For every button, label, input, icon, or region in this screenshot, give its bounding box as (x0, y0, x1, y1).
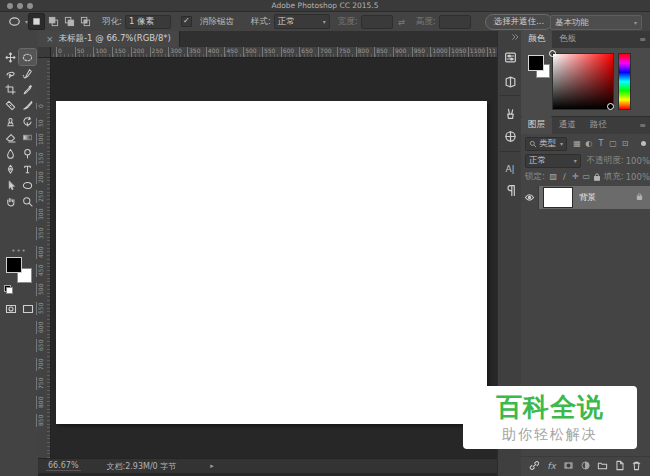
color-picker-marker (549, 50, 556, 57)
lock-transparency-icon[interactable]: ▨ (548, 172, 559, 181)
layers-panel-menu-icon[interactable]: ≡ (639, 121, 646, 130)
width-input[interactable] (361, 15, 393, 29)
ellipse-shape-tool[interactable] (19, 177, 36, 193)
layer-filter-kind-select[interactable]: 类型 ▾ (525, 137, 567, 151)
height-input[interactable] (439, 15, 471, 29)
filter-type-layers-icon[interactable]: T (595, 139, 607, 148)
fill-value[interactable]: 100% (626, 172, 650, 182)
lock-pixels-icon[interactable]: ∕ (559, 172, 570, 181)
lock-all-icon[interactable] (592, 172, 602, 182)
titlebar: Adobe Photoshop CC 2015.5 (0, 0, 650, 12)
watermark: 百科全说 助你轻松解决 (463, 386, 637, 449)
layer-thumbnail[interactable] (543, 187, 573, 208)
close-document-icon[interactable]: × (46, 34, 54, 44)
clone-stamp-tool[interactable] (2, 113, 19, 129)
v-ruler-label: 150 (36, 152, 44, 165)
v-ruler-label: 550 (36, 301, 44, 314)
layer-effects-icon[interactable]: fx (546, 460, 558, 472)
tab-channels[interactable]: 通道 (552, 116, 583, 134)
link-layers-icon[interactable] (529, 460, 541, 472)
tab-layers[interactable]: 图层 (521, 116, 552, 134)
layer-row-background[interactable]: 背景 (521, 186, 650, 209)
style-select[interactable]: 正常▾ (274, 14, 330, 29)
crop-tool[interactable] (2, 81, 19, 97)
color-panel-menu-icon[interactable]: ≡ (639, 35, 646, 44)
new-selection-mode-button[interactable] (28, 13, 45, 30)
quick-selection-tool[interactable] (19, 65, 36, 81)
new-layer-icon[interactable] (614, 460, 626, 472)
h-ruler-label: 550 (262, 47, 275, 57)
default-colors-icon[interactable] (4, 285, 13, 294)
type-tool[interactable] (19, 161, 36, 177)
workspace-switcher[interactable]: 基本功能▾ (550, 15, 642, 30)
history-brush-tool[interactable] (19, 113, 36, 129)
libraries-panel-icon[interactable] (502, 73, 518, 89)
move-tool[interactable] (2, 49, 19, 65)
status-bar: 66.67% 文档:2.93M/0 字节 ▸ (38, 458, 497, 473)
blur-tool[interactable] (2, 145, 19, 161)
zoom-level-field[interactable]: 66.67% (46, 461, 81, 471)
add-layer-mask-icon[interactable] (563, 460, 575, 472)
pen-tool[interactable] (2, 161, 19, 177)
status-menu-arrow[interactable]: ▸ (210, 462, 214, 470)
delete-layer-icon[interactable] (631, 460, 643, 472)
subtract-from-selection-mode-button[interactable] (62, 14, 77, 29)
h-ruler-label: 1000 (430, 47, 447, 57)
layer-visibility-toggle[interactable] (521, 186, 539, 209)
filter-adjustment-layers-icon[interactable]: ◐ (583, 139, 595, 148)
hand-tool[interactable] (2, 193, 19, 209)
saturation-brightness-picker[interactable] (552, 53, 614, 110)
zoom-tool[interactable] (19, 193, 36, 209)
current-tool-icon[interactable]: ▾ (8, 15, 28, 28)
eraser-tool[interactable] (2, 129, 19, 145)
tools-panel: ••• ⇄ (0, 31, 39, 476)
v-ruler-label: 100 (36, 133, 44, 146)
document-tab[interactable]: × 未标题-1 @ 66.7%(RGB/8*) (38, 31, 180, 47)
new-adjustment-layer-icon[interactable] (580, 460, 592, 472)
opacity-value[interactable]: 100% (626, 156, 650, 166)
canvas[interactable] (56, 101, 487, 424)
brush-presets-panel-icon[interactable] (502, 105, 518, 121)
feather-input[interactable]: 1 像素 (125, 15, 171, 29)
expand-panels-icon[interactable] (511, 33, 519, 43)
eyedropper-tool[interactable] (19, 81, 36, 97)
feather-label: 羽化: (102, 16, 122, 28)
blend-mode-select[interactable]: 正常▾ (525, 154, 581, 168)
select-and-mask-button[interactable]: 选择并遮住... (485, 14, 554, 30)
adjustments-panel-icon[interactable] (502, 49, 518, 65)
tab-paths[interactable]: 路径 (583, 116, 614, 134)
elliptical-marquee-tool[interactable] (19, 49, 36, 65)
intersect-selection-mode-button[interactable] (78, 14, 93, 29)
paragraph-panel-icon[interactable] (502, 182, 518, 198)
color-foreground-swatch[interactable] (528, 55, 544, 71)
brush-tool[interactable] (19, 97, 36, 113)
screen-mode-button[interactable] (22, 303, 34, 317)
hue-slider[interactable] (618, 53, 631, 110)
lock-artboard-icon[interactable]: ▭ (581, 172, 592, 181)
color-picker-marker2 (607, 103, 614, 110)
foreground-color-swatch[interactable] (6, 257, 22, 273)
antialias-checkbox[interactable]: ✓ (181, 16, 192, 27)
filter-smart-objects-icon[interactable]: ⊡ (619, 139, 631, 148)
gradient-tool[interactable] (19, 129, 36, 145)
new-group-icon[interactable] (597, 460, 609, 472)
clone-source-panel-icon[interactable] (502, 128, 518, 144)
edit-toolbar-dots[interactable]: ••• (0, 247, 38, 255)
character-panel-icon[interactable]: A| (502, 161, 518, 177)
foreground-background-colors[interactable]: ⇄ (6, 257, 32, 283)
add-to-selection-mode-button[interactable] (46, 14, 61, 29)
tab-color[interactable]: 颜色 (521, 30, 552, 48)
filter-pixel-layers-icon[interactable]: ▦ (571, 139, 583, 148)
h-ruler-label: 750 (337, 47, 350, 57)
h-ruler-label: 500 (243, 47, 256, 57)
lock-position-icon[interactable]: ✛ (570, 172, 581, 181)
quick-mask-mode-button[interactable] (5, 303, 17, 317)
lasso-tool[interactable] (2, 65, 19, 81)
dodge-tool[interactable] (19, 145, 36, 161)
filter-shape-layers-icon[interactable]: ▢ (607, 139, 619, 148)
tab-swatches[interactable]: 色板 (552, 30, 583, 48)
layer-filter-toggle[interactable] (641, 141, 646, 146)
path-selection-tool[interactable] (2, 177, 19, 193)
spot-healing-brush-tool[interactable] (2, 97, 19, 113)
swap-width-height-icon[interactable]: ⇄ (398, 17, 405, 27)
